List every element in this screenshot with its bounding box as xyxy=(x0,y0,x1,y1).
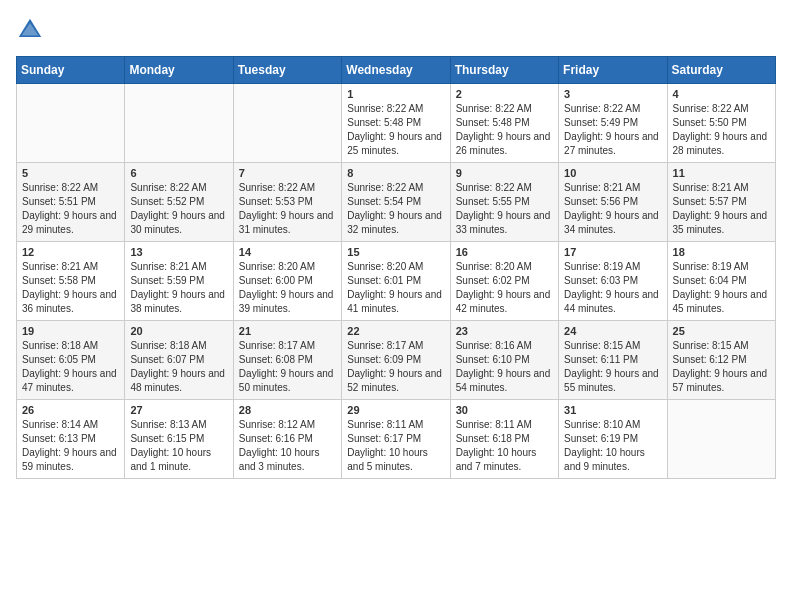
logo xyxy=(16,16,48,44)
day-number: 12 xyxy=(22,246,119,258)
day-info: Sunrise: 8:19 AM Sunset: 6:04 PM Dayligh… xyxy=(673,260,770,316)
day-number: 2 xyxy=(456,88,553,100)
day-number: 9 xyxy=(456,167,553,179)
day-info: Sunrise: 8:17 AM Sunset: 6:08 PM Dayligh… xyxy=(239,339,336,395)
calendar-cell: 6Sunrise: 8:22 AM Sunset: 5:52 PM Daylig… xyxy=(125,163,233,242)
day-info: Sunrise: 8:15 AM Sunset: 6:11 PM Dayligh… xyxy=(564,339,661,395)
calendar-cell: 9Sunrise: 8:22 AM Sunset: 5:55 PM Daylig… xyxy=(450,163,558,242)
page-header xyxy=(16,16,776,44)
day-number: 24 xyxy=(564,325,661,337)
calendar-cell: 25Sunrise: 8:15 AM Sunset: 6:12 PM Dayli… xyxy=(667,321,775,400)
day-number: 5 xyxy=(22,167,119,179)
calendar-cell: 30Sunrise: 8:11 AM Sunset: 6:18 PM Dayli… xyxy=(450,400,558,479)
calendar-cell: 22Sunrise: 8:17 AM Sunset: 6:09 PM Dayli… xyxy=(342,321,450,400)
calendar-cell: 1Sunrise: 8:22 AM Sunset: 5:48 PM Daylig… xyxy=(342,84,450,163)
day-number: 21 xyxy=(239,325,336,337)
calendar-cell xyxy=(125,84,233,163)
day-number: 23 xyxy=(456,325,553,337)
day-info: Sunrise: 8:14 AM Sunset: 6:13 PM Dayligh… xyxy=(22,418,119,474)
day-info: Sunrise: 8:11 AM Sunset: 6:17 PM Dayligh… xyxy=(347,418,444,474)
day-number: 14 xyxy=(239,246,336,258)
day-info: Sunrise: 8:16 AM Sunset: 6:10 PM Dayligh… xyxy=(456,339,553,395)
day-number: 8 xyxy=(347,167,444,179)
calendar-cell: 21Sunrise: 8:17 AM Sunset: 6:08 PM Dayli… xyxy=(233,321,341,400)
day-info: Sunrise: 8:22 AM Sunset: 5:55 PM Dayligh… xyxy=(456,181,553,237)
day-info: Sunrise: 8:13 AM Sunset: 6:15 PM Dayligh… xyxy=(130,418,227,474)
day-number: 31 xyxy=(564,404,661,416)
calendar-cell xyxy=(233,84,341,163)
calendar-table: SundayMondayTuesdayWednesdayThursdayFrid… xyxy=(16,56,776,479)
calendar-cell: 11Sunrise: 8:21 AM Sunset: 5:57 PM Dayli… xyxy=(667,163,775,242)
day-info: Sunrise: 8:17 AM Sunset: 6:09 PM Dayligh… xyxy=(347,339,444,395)
column-header-monday: Monday xyxy=(125,57,233,84)
calendar-cell: 23Sunrise: 8:16 AM Sunset: 6:10 PM Dayli… xyxy=(450,321,558,400)
calendar-cell: 28Sunrise: 8:12 AM Sunset: 6:16 PM Dayli… xyxy=(233,400,341,479)
day-info: Sunrise: 8:22 AM Sunset: 5:48 PM Dayligh… xyxy=(456,102,553,158)
day-number: 4 xyxy=(673,88,770,100)
calendar-cell: 27Sunrise: 8:13 AM Sunset: 6:15 PM Dayli… xyxy=(125,400,233,479)
day-info: Sunrise: 8:22 AM Sunset: 5:51 PM Dayligh… xyxy=(22,181,119,237)
calendar-week-4: 19Sunrise: 8:18 AM Sunset: 6:05 PM Dayli… xyxy=(17,321,776,400)
day-number: 1 xyxy=(347,88,444,100)
day-number: 15 xyxy=(347,246,444,258)
column-header-wednesday: Wednesday xyxy=(342,57,450,84)
column-header-friday: Friday xyxy=(559,57,667,84)
column-header-sunday: Sunday xyxy=(17,57,125,84)
day-number: 26 xyxy=(22,404,119,416)
calendar-cell: 4Sunrise: 8:22 AM Sunset: 5:50 PM Daylig… xyxy=(667,84,775,163)
day-info: Sunrise: 8:20 AM Sunset: 6:00 PM Dayligh… xyxy=(239,260,336,316)
calendar-cell: 3Sunrise: 8:22 AM Sunset: 5:49 PM Daylig… xyxy=(559,84,667,163)
day-number: 17 xyxy=(564,246,661,258)
calendar-cell: 13Sunrise: 8:21 AM Sunset: 5:59 PM Dayli… xyxy=(125,242,233,321)
day-info: Sunrise: 8:19 AM Sunset: 6:03 PM Dayligh… xyxy=(564,260,661,316)
day-number: 27 xyxy=(130,404,227,416)
day-number: 25 xyxy=(673,325,770,337)
calendar-cell: 24Sunrise: 8:15 AM Sunset: 6:11 PM Dayli… xyxy=(559,321,667,400)
calendar-cell: 20Sunrise: 8:18 AM Sunset: 6:07 PM Dayli… xyxy=(125,321,233,400)
day-number: 3 xyxy=(564,88,661,100)
day-info: Sunrise: 8:22 AM Sunset: 5:54 PM Dayligh… xyxy=(347,181,444,237)
calendar-cell: 26Sunrise: 8:14 AM Sunset: 6:13 PM Dayli… xyxy=(17,400,125,479)
day-number: 10 xyxy=(564,167,661,179)
calendar-cell: 8Sunrise: 8:22 AM Sunset: 5:54 PM Daylig… xyxy=(342,163,450,242)
calendar-cell: 7Sunrise: 8:22 AM Sunset: 5:53 PM Daylig… xyxy=(233,163,341,242)
calendar-header-row: SundayMondayTuesdayWednesdayThursdayFrid… xyxy=(17,57,776,84)
day-info: Sunrise: 8:22 AM Sunset: 5:53 PM Dayligh… xyxy=(239,181,336,237)
logo-icon xyxy=(16,16,44,44)
calendar-cell: 31Sunrise: 8:10 AM Sunset: 6:19 PM Dayli… xyxy=(559,400,667,479)
calendar-cell: 17Sunrise: 8:19 AM Sunset: 6:03 PM Dayli… xyxy=(559,242,667,321)
day-info: Sunrise: 8:22 AM Sunset: 5:48 PM Dayligh… xyxy=(347,102,444,158)
day-number: 11 xyxy=(673,167,770,179)
calendar-cell: 2Sunrise: 8:22 AM Sunset: 5:48 PM Daylig… xyxy=(450,84,558,163)
day-number: 29 xyxy=(347,404,444,416)
day-info: Sunrise: 8:20 AM Sunset: 6:02 PM Dayligh… xyxy=(456,260,553,316)
day-info: Sunrise: 8:20 AM Sunset: 6:01 PM Dayligh… xyxy=(347,260,444,316)
calendar-cell: 29Sunrise: 8:11 AM Sunset: 6:17 PM Dayli… xyxy=(342,400,450,479)
calendar-cell: 19Sunrise: 8:18 AM Sunset: 6:05 PM Dayli… xyxy=(17,321,125,400)
calendar-cell: 12Sunrise: 8:21 AM Sunset: 5:58 PM Dayli… xyxy=(17,242,125,321)
day-number: 28 xyxy=(239,404,336,416)
day-info: Sunrise: 8:21 AM Sunset: 5:59 PM Dayligh… xyxy=(130,260,227,316)
day-info: Sunrise: 8:21 AM Sunset: 5:56 PM Dayligh… xyxy=(564,181,661,237)
calendar-cell xyxy=(17,84,125,163)
day-number: 6 xyxy=(130,167,227,179)
calendar-cell: 5Sunrise: 8:22 AM Sunset: 5:51 PM Daylig… xyxy=(17,163,125,242)
day-number: 7 xyxy=(239,167,336,179)
calendar-cell: 10Sunrise: 8:21 AM Sunset: 5:56 PM Dayli… xyxy=(559,163,667,242)
calendar-week-2: 5Sunrise: 8:22 AM Sunset: 5:51 PM Daylig… xyxy=(17,163,776,242)
day-number: 30 xyxy=(456,404,553,416)
day-number: 22 xyxy=(347,325,444,337)
day-info: Sunrise: 8:18 AM Sunset: 6:05 PM Dayligh… xyxy=(22,339,119,395)
calendar-cell: 16Sunrise: 8:20 AM Sunset: 6:02 PM Dayli… xyxy=(450,242,558,321)
day-info: Sunrise: 8:22 AM Sunset: 5:50 PM Dayligh… xyxy=(673,102,770,158)
calendar-cell: 18Sunrise: 8:19 AM Sunset: 6:04 PM Dayli… xyxy=(667,242,775,321)
calendar-cell xyxy=(667,400,775,479)
calendar-cell: 14Sunrise: 8:20 AM Sunset: 6:00 PM Dayli… xyxy=(233,242,341,321)
day-info: Sunrise: 8:21 AM Sunset: 5:57 PM Dayligh… xyxy=(673,181,770,237)
column-header-tuesday: Tuesday xyxy=(233,57,341,84)
day-info: Sunrise: 8:10 AM Sunset: 6:19 PM Dayligh… xyxy=(564,418,661,474)
day-number: 19 xyxy=(22,325,119,337)
day-info: Sunrise: 8:22 AM Sunset: 5:49 PM Dayligh… xyxy=(564,102,661,158)
column-header-saturday: Saturday xyxy=(667,57,775,84)
day-info: Sunrise: 8:21 AM Sunset: 5:58 PM Dayligh… xyxy=(22,260,119,316)
